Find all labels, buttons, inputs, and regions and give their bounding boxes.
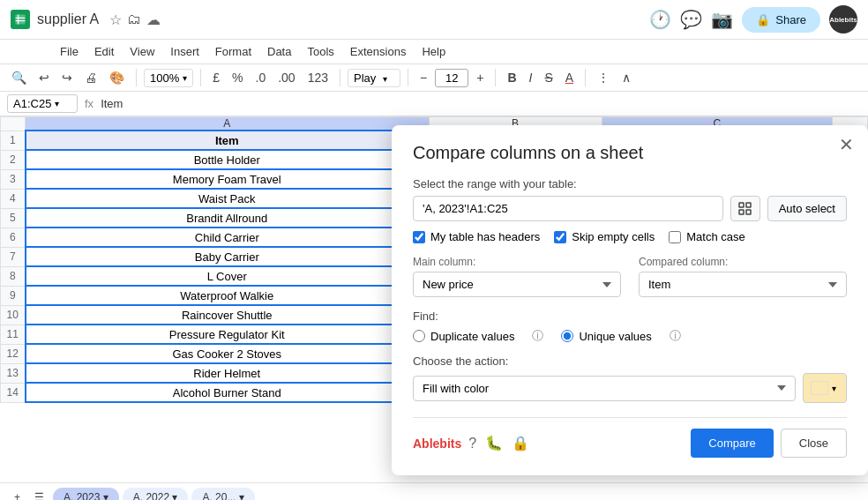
font-size-increase-button[interactable]: + [472,68,488,87]
star-icon[interactable]: ☆ [109,11,122,28]
sheet-tabs: + ☰ A, 2023 ▾ A, 2022 ▾ A, 20... ▾ [0,482,868,500]
unique-info-icon[interactable]: ⓘ [670,328,681,344]
unique-values-radio[interactable]: Unique values [561,330,651,343]
folder-icon[interactable]: 🗂 [127,11,141,27]
svg-rect-0 [16,15,26,25]
sheet-menu-button[interactable]: ☰ [27,488,51,501]
cell-a[interactable]: Rider Helmet [26,363,430,383]
title-bar: supplier A ☆ 🗂 ☁ 🕐 💬 📷 🔒 Share Ablebits [0,0,868,40]
duplicate-values-radio[interactable]: Duplicate values [413,330,514,343]
separator-6 [585,69,586,86]
help-icon[interactable]: ? [468,436,476,451]
formula-input[interactable]: Item [101,97,861,110]
compared-column-select[interactable]: Item Price New price [639,272,847,297]
main-column-select[interactable]: New price Item Price [413,272,621,297]
main-column-group: Main column: New price Item Price [413,256,621,297]
row-header: 5 [1,208,26,228]
undo-button[interactable]: ↩ [34,68,54,87]
cell-a[interactable]: Pressure Regulator Kit [26,325,430,344]
app-icon [11,10,30,29]
comment-icon[interactable]: 💬 [680,9,702,30]
cell-a[interactable]: Raincover Shuttle [26,305,430,325]
menu-edit[interactable]: Edit [87,41,121,62]
cell-a[interactable]: Waist Pack [26,189,430,208]
more-options-button[interactable]: ⋮ [593,68,614,87]
dialog-overlay: Compare columns on a sheet ✕ Select the … [374,116,868,500]
font-size-input[interactable] [435,69,468,87]
share-button[interactable]: 🔒 Share [742,7,820,33]
auto-select-button[interactable]: Auto select [767,196,847,221]
action-select[interactable]: Fill with color Bold Italic [413,376,796,401]
video-icon[interactable]: 📷 [711,9,733,30]
skip-empty-cells-checkbox[interactable]: Skip empty cells [554,230,655,243]
my-table-has-headers-checkbox[interactable]: My table has headers [413,230,540,243]
menu-help[interactable]: Help [415,41,453,62]
sheet-tab-a2022[interactable]: A, 2022 ▾ [123,488,189,501]
separator-2 [200,69,201,86]
italic-button[interactable]: I [525,68,537,87]
cell-a[interactable]: Memory Foam Travel [26,169,430,189]
row-header: 1 [1,131,26,150]
lock-icon: 🔒 [756,13,770,26]
cell-a[interactable]: Gas Cooker 2 Stoves [26,344,430,363]
font-size-decrease-button[interactable]: − [415,68,431,87]
avatar: Ablebits [829,5,857,34]
footer-icons: ? 🐛 🔒 [468,435,529,451]
compared-column-group: Compared column: Item Price New price [639,256,847,297]
range-row: Auto select [413,196,847,221]
menu-extensions[interactable]: Extensions [343,41,414,62]
search-button[interactable]: 🔍 [7,68,31,87]
menu-insert[interactable]: Insert [163,41,206,62]
menu-file[interactable]: File [53,41,86,62]
privacy-icon[interactable]: 🔒 [512,435,529,451]
history-icon[interactable]: 🕐 [649,9,671,30]
radio-row: Duplicate values ⓘ Unique values ⓘ [413,328,847,344]
cell-a[interactable]: Waterproof Walkie [26,286,430,305]
dec-decimals-button[interactable]: .0 [251,68,271,87]
grid-select-button[interactable] [730,196,760,221]
col-header-a[interactable]: A [26,117,430,131]
zoom-selector[interactable]: 100% ▾ [144,69,193,87]
cell-a[interactable]: Brandit Allround [26,208,430,228]
number-format-button[interactable]: 123 [303,68,333,87]
cloud-icon[interactable]: ☁ [146,11,161,28]
color-picker-button[interactable]: ▾ [803,373,847,403]
dialog-title: Compare columns on a sheet [413,143,847,163]
inc-decimals-button[interactable]: .00 [273,68,299,87]
menu-tools[interactable]: Tools [300,41,340,62]
currency-button[interactable]: £ [208,68,224,87]
font-color-button[interactable]: A [561,68,578,87]
match-case-checkbox[interactable]: Match case [669,230,745,243]
checkbox-row: My table has headers Skip empty cells Ma… [413,230,847,243]
print-button[interactable]: 🖨 [80,68,101,87]
strikethrough-button[interactable]: S [540,68,557,87]
range-input[interactable] [413,196,723,221]
redo-button[interactable]: ↪ [57,68,77,87]
sheet-tab-a20x[interactable]: A, 20... ▾ [191,488,254,501]
cell-reference[interactable]: A1:C25 ▾ [7,94,78,113]
menu-data[interactable]: Data [260,41,298,62]
font-selector[interactable]: Play ▾ [348,69,400,87]
menu-format[interactable]: Format [208,41,258,62]
row-header: 6 [1,228,26,247]
close-button[interactable]: Close [781,429,847,458]
cell-a[interactable]: Bottle Holder [26,150,430,169]
cell-a[interactable]: Item [26,131,430,150]
cell-a[interactable]: L Cover [26,266,430,286]
footer-brand: Ablebits [413,437,461,451]
add-sheet-button[interactable]: + [7,488,27,501]
paint-format-button[interactable]: 🎨 [105,68,129,87]
menu-view[interactable]: View [123,41,161,62]
bold-button[interactable]: B [503,68,520,87]
cell-a[interactable]: Child Carrier [26,228,430,247]
sheet-tab-a2023[interactable]: A, 2023 ▾ [53,488,119,501]
svg-rect-5 [746,203,751,207]
duplicate-info-icon[interactable]: ⓘ [532,328,543,344]
bug-icon[interactable]: 🐛 [485,435,503,451]
cell-a[interactable]: Baby Carrier [26,247,430,266]
dialog-close-button[interactable]: ✕ [839,136,854,153]
collapse-button[interactable]: ∧ [617,68,635,87]
percent-button[interactable]: % [228,68,247,87]
compare-button[interactable]: Compare [691,429,773,458]
cell-a[interactable]: Alcohol Burner Stand [26,383,430,402]
